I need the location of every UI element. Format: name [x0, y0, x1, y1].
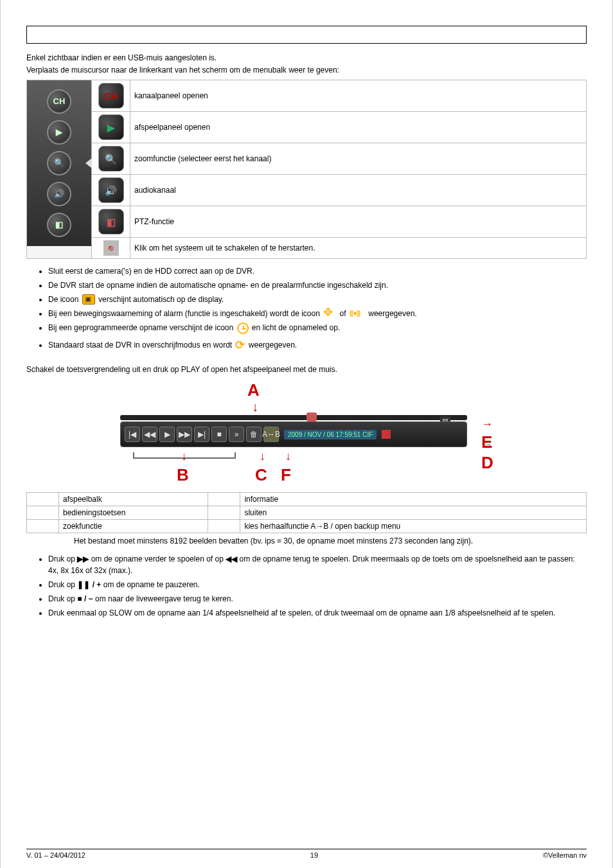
sidebar-ptz-icon: ◧: [47, 213, 71, 237]
overwrite-icon: [235, 337, 245, 354]
ch-icon: CH: [98, 83, 124, 109]
intro-line2: Verplaats de muiscursor naar de linkerka…: [26, 65, 587, 76]
pause-symbol: ❚❚ / +: [77, 580, 101, 589]
playback-intro: Schakel de toetsvergrendeling uit en dru…: [26, 364, 587, 375]
skip-end-icon: ▶|: [194, 427, 209, 442]
bullet-item: Druk op ❚❚ / + om de opname te pauzeren.: [48, 579, 587, 590]
playback-figure: A ↓ ⊠ E |◀ ◀◀ ▶ ▶▶ ▶| ■ » 🗑 A↔B 2009 / N…: [107, 380, 506, 490]
legend-left: zoekfunctie: [59, 520, 208, 533]
recording-bullets: Sluit eerst de camera('s) en de HDD corr…: [26, 265, 587, 355]
bullet-item: Sluit eerst de camera('s) en de HDD corr…: [48, 265, 587, 277]
rewind-symbol: ◀◀: [226, 554, 237, 563]
play-icon: [98, 114, 124, 140]
motion2-icon: [350, 308, 365, 319]
legend-right: kies herhaalfunctie A→B / open backup me…: [240, 520, 587, 533]
clock-icon: [237, 323, 249, 334]
header-box: [26, 26, 587, 44]
page-footer: V. 01 – 24/04/2012 19 ©Velleman nv: [26, 849, 587, 859]
legend-right: informatie: [240, 493, 587, 506]
arrow-down-icon: ↓: [252, 400, 258, 414]
ptz-icon: [98, 209, 124, 235]
rewind-icon: ◀◀: [142, 427, 157, 442]
sidebar-play-icon: ▶: [47, 120, 71, 145]
legend-right: sluiten: [240, 506, 587, 520]
figure-label-b: B: [177, 465, 189, 485]
record-indicator-icon: [382, 430, 391, 439]
note: Het bestand moet minstens 8192 beelden b…: [74, 536, 587, 547]
playback-bullets: Druk op ▶▶ om de opname verder te spoele…: [26, 553, 587, 619]
shutdown-icon: ⎋: [103, 240, 119, 256]
menubar-desc-3: audiokanaal: [130, 174, 587, 206]
bullet-item: De DVR start de opname indien de automat…: [48, 279, 587, 291]
forward-symbol: ▶▶: [77, 554, 89, 563]
playback-track: [120, 415, 467, 420]
footer-page: 19: [310, 851, 318, 859]
stop-icon: ■: [211, 427, 227, 442]
arrow-down-icon: ↓: [181, 450, 187, 463]
zoom-icon: [98, 146, 124, 172]
bullet-item: Bij een geprogrammeerde opname verschijn…: [48, 322, 587, 334]
ab-repeat-icon: A↔B: [263, 427, 279, 442]
playback-buttons: |◀ ◀◀ ▶ ▶▶ ▶| ■ » 🗑 A↔B: [121, 427, 279, 442]
legend-left: afspeelbalk: [59, 493, 208, 506]
skip-start-icon: |◀: [125, 427, 140, 442]
playback-timestamp: 2009 / NOV / 06 17:59:51 CIF: [284, 430, 377, 439]
record-icon: [82, 294, 95, 305]
menubar-table: CH ▶ 🔍 🔊 ◧ CH kanaalpaneel openen afspee…: [26, 80, 587, 259]
legend-left: bedieningstoetsen: [59, 506, 208, 520]
delete-icon: 🗑: [246, 427, 262, 442]
play-button-icon: ▶: [159, 427, 175, 442]
menubar-desc-4: PTZ-functie: [130, 206, 587, 237]
figure-label-a: A: [247, 380, 260, 400]
figure-label-d: D: [481, 433, 506, 473]
figure-label-c: C: [255, 465, 267, 485]
stop-symbol: ■ / −: [77, 594, 93, 603]
audio-icon: [98, 177, 124, 203]
intro-line1: Enkel zichtbaar indien er een USB-muis a…: [26, 53, 587, 64]
bullet-item: Bij een bewegingswaarneming of alarm (fu…: [48, 308, 587, 320]
sidebar-preview: CH ▶ 🔍 🔊 ◧: [27, 80, 91, 246]
sidebar-audio-icon: 🔊: [47, 182, 71, 206]
figure-legend-table: afspeelbalk informatie bedieningstoetsen…: [26, 492, 587, 533]
menubar-desc-5: Klik om het systeem uit te schakelen of …: [130, 237, 587, 258]
menubar-desc-2: zoomfunctie (selecteer eerst het kanaal): [130, 143, 587, 174]
sidebar-ch-icon: CH: [47, 89, 71, 114]
expand-arrow-icon: [85, 158, 92, 168]
next-icon: »: [229, 427, 244, 442]
bullet-item: De icoon verschijnt automatisch op de di…: [48, 294, 587, 305]
menubar-desc-1: afspeelpaneel openen: [130, 111, 587, 143]
menubar-desc-0: kanaalpaneel openen: [130, 80, 587, 111]
motion-icon: [323, 308, 336, 319]
bullet-item: Druk eenmaal op SLOW om de opname aan 1/…: [48, 607, 587, 619]
sidebar-zoom-icon: 🔍: [47, 151, 71, 175]
playback-handle-icon: [306, 412, 317, 421]
bullet-item: Druk op ■ / − om naar de liveweergave te…: [48, 593, 587, 605]
bullet-item: Druk op ▶▶ om de opname verder te spoele…: [48, 553, 587, 576]
arrow-down-icon: ↓: [260, 450, 265, 463]
footer-copyright: ©Velleman nv: [543, 851, 587, 859]
footer-version: V. 01 – 24/04/2012: [26, 851, 85, 859]
forward-icon: ▶▶: [177, 427, 192, 442]
figure-label-f: F: [281, 465, 291, 485]
bullet-item: Standaard staat de DVR in overschrijfmod…: [48, 337, 587, 354]
arrow-down-icon: ↓: [285, 450, 291, 463]
